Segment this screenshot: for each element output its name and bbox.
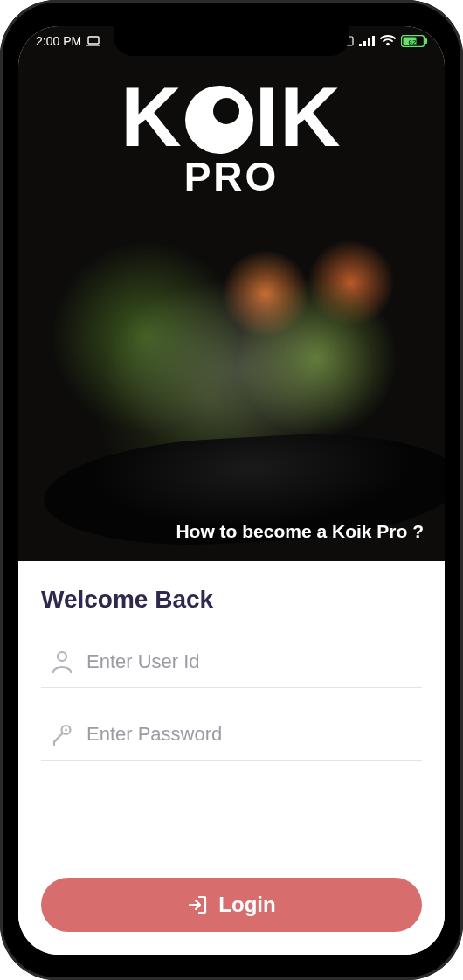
svg-rect-9: [425, 38, 428, 44]
notch: [114, 26, 349, 56]
phone-frame: 2:00 PM: [0, 0, 463, 980]
brand-letter: IK: [255, 77, 342, 156]
brand-subtitle: PRO: [18, 153, 445, 200]
laptop-icon: [86, 36, 100, 46]
hero-image: K IK PRO How to become a Koik Pro ?: [18, 26, 445, 561]
status-time: 2:00 PM: [36, 34, 81, 48]
password-field[interactable]: [41, 712, 422, 761]
svg-rect-1: [86, 45, 100, 46]
battery-pct: 62: [409, 38, 417, 45]
become-pro-link[interactable]: How to become a Koik Pro ?: [176, 521, 424, 542]
login-button[interactable]: Login: [41, 878, 422, 932]
password-input[interactable]: [86, 723, 418, 746]
user-id-input[interactable]: [86, 650, 418, 673]
screen: 2:00 PM: [18, 26, 445, 955]
brand-logo: K IK PRO: [18, 77, 445, 200]
svg-point-11: [58, 652, 66, 661]
login-button-label: Login: [218, 893, 275, 917]
wifi-icon: [380, 35, 396, 46]
welcome-heading: Welcome Back: [41, 586, 422, 614]
key-icon: [52, 723, 73, 746]
svg-point-13: [65, 728, 67, 731]
user-icon: [52, 650, 73, 673]
login-icon: [187, 894, 208, 915]
signal-icon: [359, 36, 375, 46]
svg-rect-4: [363, 41, 366, 46]
user-id-field[interactable]: [41, 640, 422, 688]
battery-icon: 62: [401, 35, 427, 47]
svg-rect-6: [372, 36, 375, 46]
brand-o-icon: [185, 86, 253, 154]
svg-rect-0: [88, 37, 99, 44]
login-form: Welcome Back: [18, 561, 445, 955]
svg-point-7: [386, 43, 390, 46]
brand-letter: K: [121, 77, 183, 156]
svg-rect-5: [368, 38, 370, 46]
svg-rect-3: [359, 44, 362, 46]
